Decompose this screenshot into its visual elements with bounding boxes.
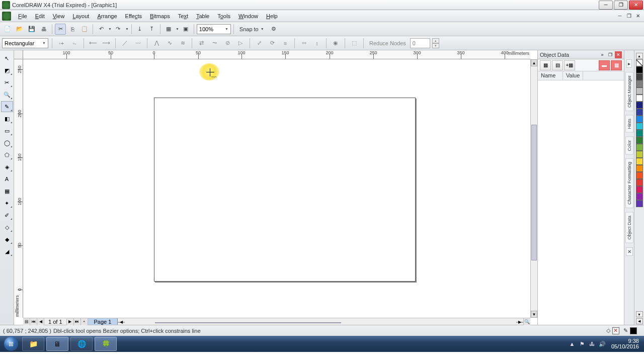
canvas[interactable]: 〰 (23, 59, 530, 318)
shape-mode-combo[interactable]: Rectangular▼ (2, 38, 48, 48)
palette-down-button[interactable]: ▼ (636, 311, 643, 317)
docker-grid-button[interactable]: ▦ (540, 60, 551, 70)
start-button[interactable]: ⊞ (1, 336, 21, 352)
swatch-7cb342[interactable] (636, 144, 643, 151)
app-launcher-button[interactable]: ▦ (163, 24, 174, 35)
vertical-scrollbar[interactable]: ▲ ▼ (530, 59, 537, 318)
docker-tab-char-format[interactable]: Character Formatting (625, 158, 633, 208)
swatch-f4511e[interactable] (636, 172, 643, 179)
swatch-808080[interactable] (636, 80, 643, 87)
print-button[interactable]: 🖶 (38, 24, 49, 35)
menu-bitmaps[interactable]: Bitmaps (146, 13, 174, 19)
interactive-fill-tool[interactable]: ◢ (1, 246, 13, 257)
taskbar-app-1[interactable]: 🖥 (46, 337, 68, 351)
docker-tab-object-manager[interactable]: Object Manager (625, 72, 633, 111)
scroll-down-button[interactable]: ▼ (531, 311, 537, 318)
menu-table[interactable]: Table (192, 13, 213, 19)
scroll-left-button[interactable]: ◀ (118, 322, 125, 323)
docker-tab-hints[interactable]: Hints (625, 115, 633, 133)
docker-clear-button[interactable]: ▬ (599, 60, 610, 70)
swatch-none[interactable] (636, 59, 643, 66)
swatch-26c6da[interactable] (636, 123, 643, 130)
docker-add-button[interactable]: +▦ (564, 60, 575, 70)
hscroll-thumb[interactable] (155, 322, 341, 323)
paste-button[interactable]: 📋 (79, 24, 90, 35)
status-fill-none[interactable] (612, 327, 619, 334)
zoom-tool[interactable]: 🔍 (1, 89, 13, 100)
taskbar-coreldraw[interactable]: 🍀 (95, 337, 117, 351)
save-button[interactable]: 💾 (26, 24, 37, 35)
swatch-8e24aa[interactable] (636, 193, 643, 200)
status-outline-swatch[interactable] (630, 327, 637, 334)
basic-shapes-tool[interactable]: ◈ (1, 161, 13, 172)
import-button[interactable]: ⤓ (134, 24, 145, 35)
swatch-00897b[interactable] (636, 130, 643, 137)
navigator-button[interactable]: 🔍 (523, 318, 530, 325)
vscroll-thumb[interactable] (531, 125, 537, 260)
docker-tab-object-data[interactable]: Object Data (625, 212, 633, 243)
tray-volume-icon[interactable]: 🔊 (598, 340, 606, 348)
taskbar-chrome[interactable]: 🌐 (70, 337, 93, 351)
vertical-ruler[interactable]: millimeters 250200150100500 (14, 59, 23, 318)
prev-page-button[interactable]: ◀ (37, 318, 44, 325)
tray-show-hidden[interactable]: ▲ (568, 340, 576, 348)
redo-button[interactable]: ↷ (113, 24, 124, 35)
smart-fill-tool[interactable]: ◧ (1, 113, 13, 124)
scroll-up-button[interactable]: ▲ (531, 59, 537, 66)
menu-help[interactable]: Help (262, 13, 282, 19)
scroll-right-button[interactable]: ▶ (516, 322, 523, 323)
polygon-tool[interactable]: ⬠ (1, 149, 13, 160)
swatch-1e88e5[interactable] (636, 116, 643, 123)
zoom-combo[interactable]: 100%▼ (197, 24, 231, 34)
crop-tool[interactable]: ✂ (1, 77, 13, 88)
mdi-restore[interactable]: ❐ (625, 13, 633, 20)
docker-delete-button[interactable]: ▦ (611, 60, 622, 70)
menu-file[interactable]: File (14, 13, 31, 19)
fill-tool[interactable]: ◆ (1, 234, 13, 245)
docker-col-value[interactable]: Value (563, 71, 583, 80)
redo-dropdown[interactable]: ▼ (125, 27, 129, 31)
close-button[interactable]: ✕ (629, 1, 643, 10)
docker-undock-button[interactable]: ❐ (607, 51, 614, 58)
palette-up-button[interactable]: ▲ (636, 53, 643, 59)
docker-close-button[interactable]: ✕ (615, 51, 622, 58)
swatch-5e35b1[interactable] (636, 200, 643, 207)
palette-flyout-button[interactable]: ◀ (636, 318, 643, 324)
open-button[interactable]: 📂 (14, 24, 25, 35)
swatch-303f9f[interactable] (636, 109, 643, 116)
menu-tools[interactable]: Tools (213, 13, 234, 19)
docker-list-button[interactable]: ▤ (552, 60, 563, 70)
last-page-button[interactable]: ⏭ (74, 318, 81, 325)
swatch-1a237e[interactable] (636, 102, 643, 109)
document-icon[interactable] (2, 12, 11, 21)
shape-tool[interactable]: ◩ (1, 65, 13, 76)
swatch-d81b60[interactable] (636, 186, 643, 193)
minimize-button[interactable]: ─ (599, 1, 613, 10)
swatch-c0c0c0[interactable] (636, 87, 643, 95)
swatch-fdd835[interactable] (636, 158, 643, 165)
swatch-e53935[interactable] (636, 179, 643, 186)
text-tool[interactable]: A (1, 173, 13, 185)
snap-to-dropdown[interactable]: Snap to ▼ (236, 26, 267, 32)
docker-collapse-button[interactable]: » (599, 51, 606, 58)
options-button[interactable]: ⚙ (268, 24, 279, 35)
pick-tool[interactable]: ↖ (1, 53, 13, 64)
add-page-button[interactable]: + (81, 318, 88, 325)
table-tool[interactable]: ▦ (1, 186, 13, 197)
outline-tool[interactable]: ◇ (1, 222, 13, 233)
new-button[interactable]: 📄 (2, 24, 13, 35)
undo-dropdown[interactable]: ▼ (108, 27, 112, 31)
docker-col-name[interactable]: Name (538, 71, 563, 80)
rectangle-tool[interactable]: ▭ (1, 125, 13, 136)
interactive-blend-tool[interactable]: ✦ (1, 198, 13, 209)
export-button[interactable]: ⤒ (146, 24, 157, 35)
menu-window[interactable]: Window (234, 13, 262, 19)
menu-view[interactable]: View (49, 13, 69, 19)
page-tab-1[interactable]: Page 1 (88, 318, 118, 325)
next-page-button[interactable]: ▶ (67, 318, 74, 325)
menu-text[interactable]: Text (174, 13, 192, 19)
freehand-tool[interactable]: ✎ (1, 101, 13, 112)
docker-tabs-expand[interactable]: ▸ (626, 59, 632, 68)
menu-edit[interactable]: Edit (31, 13, 49, 19)
swatch-ffffff[interactable] (636, 95, 643, 102)
